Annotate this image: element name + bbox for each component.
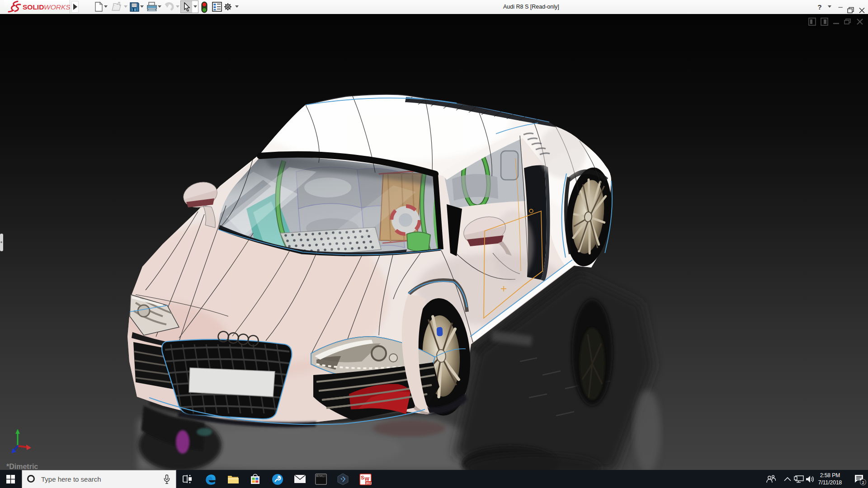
svg-text:*Dimetric: *Dimetric: [6, 463, 38, 470]
svg-text:S: S: [361, 475, 364, 480]
svg-text:C:\>_: C:\>_: [316, 474, 324, 478]
svg-text:SOLID: SOLID: [23, 3, 44, 11]
svg-text:2: 2: [862, 480, 864, 485]
svg-text:WORKS: WORKS: [44, 3, 70, 11]
svg-text:2017: 2017: [366, 482, 372, 485]
svg-text:W: W: [365, 476, 370, 482]
